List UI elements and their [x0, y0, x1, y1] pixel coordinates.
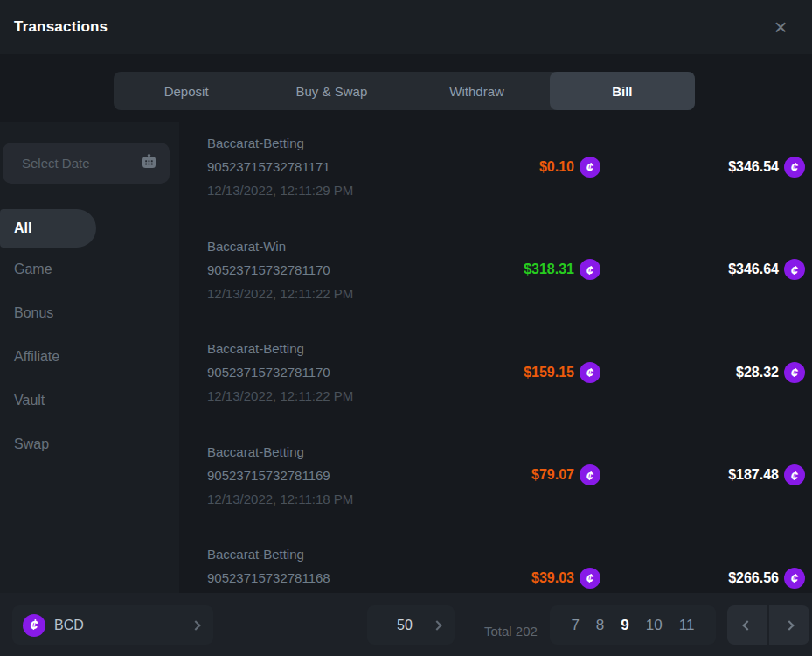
page-number-11[interactable]: 11 — [679, 617, 695, 634]
next-page-button[interactable] — [769, 605, 809, 645]
transaction-balance: $346.64 — [728, 262, 779, 277]
transaction-row: Baccarat-Betting9052371573278117012/13/2… — [207, 331, 805, 435]
transaction-amount: $79.07 — [531, 467, 574, 483]
bcd-coin-icon: ¢ — [23, 614, 45, 637]
filter-swap[interactable]: Swap — [0, 422, 179, 466]
page-title: Transactions — [14, 18, 108, 36]
transaction-amount-cell: $0.10¢ — [426, 131, 600, 202]
transaction-amount: $318.31 — [524, 262, 574, 277]
bcd-coin-icon: ¢ — [784, 464, 805, 485]
currency-code: BCD — [54, 618, 84, 633]
chevron-left-icon — [742, 620, 752, 630]
filter-vault[interactable]: Vault — [0, 379, 179, 422]
page-number-8[interactable]: 8 — [596, 617, 604, 634]
tab-deposit[interactable]: Deposit — [114, 72, 259, 110]
transaction-amount-cell: $39.03¢ — [426, 542, 600, 593]
filter-bonus[interactable]: Bonus — [0, 291, 179, 335]
bcd-coin-icon: ¢ — [784, 259, 805, 280]
tab-withdraw[interactable]: Withdraw — [405, 72, 550, 110]
footer: ¢ BCD 50 Total 202 7891011 — [0, 593, 812, 656]
tab-bar: DepositBuy & SwapWithdrawBill — [114, 72, 695, 110]
transaction-id: 90523715732781170 — [207, 360, 426, 384]
prev-page-button[interactable] — [727, 605, 767, 645]
transaction-balance-cell: $187.48¢ — [600, 440, 805, 511]
transaction-row: Baccarat-Betting9052371573278116912/13/2… — [207, 435, 805, 538]
transaction-amount: $0.10 — [539, 159, 574, 175]
bcd-coin-icon: ¢ — [580, 157, 600, 178]
currency-selector[interactable]: ¢ BCD — [12, 605, 213, 645]
bcd-coin-icon: ¢ — [580, 568, 600, 589]
transaction-date: 12/13/2022, 12:11:22 PM — [207, 384, 426, 408]
date-picker-placeholder: Select Date — [22, 156, 90, 171]
chevron-right-icon — [191, 620, 200, 630]
calendar-icon — [141, 153, 157, 173]
page-number-7[interactable]: 7 — [571, 617, 579, 634]
pagination: 7891011 — [550, 605, 716, 645]
transaction-row: Baccarat-Betting9052371573278117112/13/2… — [207, 126, 805, 229]
close-icon[interactable]: × — [768, 15, 793, 39]
bcd-coin-icon: ¢ — [784, 568, 805, 589]
transaction-date: 12/13/2022, 12:11:18 PM — [207, 487, 426, 511]
transaction-amount: $159.15 — [524, 365, 574, 380]
transaction-name: Baccarat-Betting — [207, 337, 426, 360]
transaction-name: Baccarat-Betting — [207, 131, 426, 155]
transaction-id: 90523715732781171 — [207, 155, 426, 178]
transaction-balance-cell: $28.32¢ — [600, 337, 805, 408]
transaction-balance: $28.32 — [736, 365, 779, 380]
total-count-label: Total 202 — [484, 624, 538, 639]
transaction-balance-cell: $346.64¢ — [600, 234, 805, 305]
tab-buy-swap[interactable]: Buy & Swap — [259, 72, 404, 110]
transaction-balance: $187.48 — [728, 467, 779, 483]
transaction-balance-cell: $266.56¢ — [600, 542, 805, 593]
transaction-amount: $39.03 — [531, 570, 574, 586]
transaction-amount-cell: $159.15¢ — [426, 337, 600, 408]
bcd-coin-icon: ¢ — [580, 362, 600, 383]
page-number-10[interactable]: 10 — [646, 617, 663, 634]
transaction-id: 90523715732781168 — [207, 566, 426, 590]
transaction-balance-cell: $346.54¢ — [600, 131, 805, 202]
page-number-9[interactable]: 9 — [621, 617, 628, 634]
transaction-balance: $266.56 — [728, 570, 779, 586]
bcd-coin-icon: ¢ — [784, 362, 805, 383]
transaction-balance: $346.54 — [728, 159, 779, 175]
tab-bill[interactable]: Bill — [550, 72, 695, 110]
transaction-name: Baccarat-Betting — [207, 542, 426, 566]
transaction-amount-cell: $318.31¢ — [426, 234, 600, 305]
transaction-name: Baccarat-Betting — [207, 440, 426, 464]
modal-header: Transactions × — [0, 0, 812, 54]
transaction-date: 12/13/2022, 12:11:29 PM — [207, 178, 426, 202]
pagination-nav — [727, 605, 809, 645]
transaction-id: 90523715732781169 — [207, 464, 426, 487]
transactions-modal: Transactions × DepositBuy & SwapWithdraw… — [0, 0, 812, 656]
filter-affiliate[interactable]: Affiliate — [0, 335, 179, 379]
filter-game[interactable]: Game — [0, 248, 179, 291]
transaction-row: Baccarat-Win9052371573278117012/13/2022,… — [207, 229, 805, 332]
page-size-selector[interactable]: 50 — [367, 605, 455, 645]
chevron-right-icon — [784, 620, 794, 630]
transaction-row: Baccarat-Betting90523715732781168$39.03¢… — [207, 537, 805, 593]
bcd-coin-icon: ¢ — [580, 259, 600, 280]
chevron-right-icon — [432, 620, 441, 630]
transaction-id: 90523715732781170 — [207, 258, 426, 282]
transaction-list: Baccarat-Betting9052371573278117112/13/2… — [179, 122, 812, 593]
filter-list: AllGameBonusAffiliateVaultSwap — [0, 209, 179, 466]
bcd-coin-icon: ¢ — [784, 157, 805, 178]
date-picker-input[interactable]: Select Date — [3, 143, 170, 184]
page-size-value: 50 — [397, 618, 413, 633]
filter-all[interactable]: All — [0, 209, 96, 248]
bcd-coin-icon: ¢ — [580, 464, 600, 485]
transaction-date: 12/13/2022, 12:11:22 PM — [207, 282, 426, 305]
transaction-name: Baccarat-Win — [207, 234, 426, 258]
sidebar: Select Date AllGameBonusAffiliateVaultSw… — [0, 122, 179, 593]
transaction-amount-cell: $79.07¢ — [426, 440, 600, 511]
